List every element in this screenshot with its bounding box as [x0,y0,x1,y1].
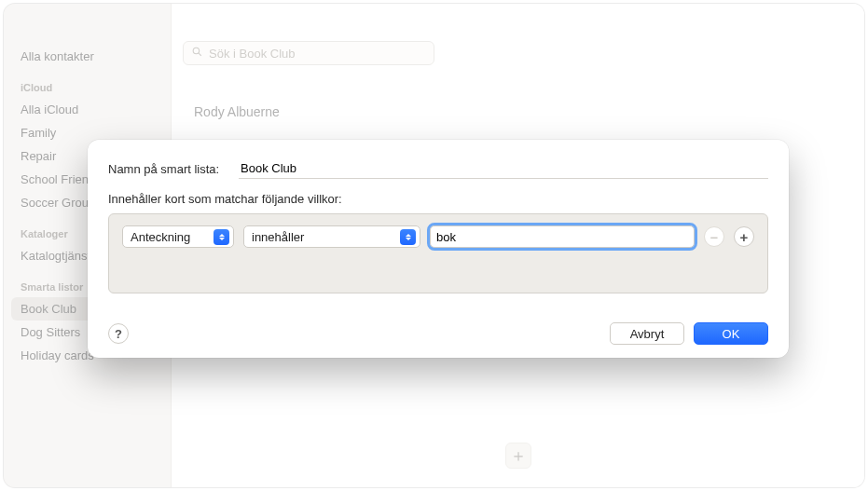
updown-chevron-icon [214,229,229,245]
condition-row: Anteckning innehåller − + [122,225,754,248]
smart-list-name-label: Namn på smart lista: [108,162,239,176]
ok-button[interactable]: OK [694,322,768,345]
conditions-well: Anteckning innehåller − + [108,213,768,293]
condition-value-field[interactable] [430,225,695,248]
minus-icon: − [710,230,719,244]
cancel-button[interactable]: Avbryt [610,322,684,345]
help-button[interactable]: ? [108,323,129,344]
dialog-footer: ? Avbryt OK [108,322,768,345]
remove-condition-button: − [704,226,724,247]
condition-field-value: Anteckning [131,230,190,244]
question-mark-icon: ? [115,327,122,341]
plus-icon: + [740,230,749,244]
condition-operator-popup[interactable]: innehåller [243,225,420,248]
smart-list-name-field[interactable] [239,158,768,179]
contacts-window: Alla kontakter iCloud Alla iCloud Family… [4,4,864,487]
smart-list-dialog: Namn på smart lista: Innehåller kort som… [88,140,789,358]
condition-field-popup[interactable]: Anteckning [122,225,234,248]
updown-chevron-icon [400,229,416,245]
conditions-header: Innehåller kort som matchar följande vil… [108,192,768,206]
ok-button-label: OK [723,327,740,341]
add-condition-button[interactable]: + [734,226,754,247]
cancel-button-label: Avbryt [630,327,665,341]
condition-operator-value: innehåller [252,230,304,244]
